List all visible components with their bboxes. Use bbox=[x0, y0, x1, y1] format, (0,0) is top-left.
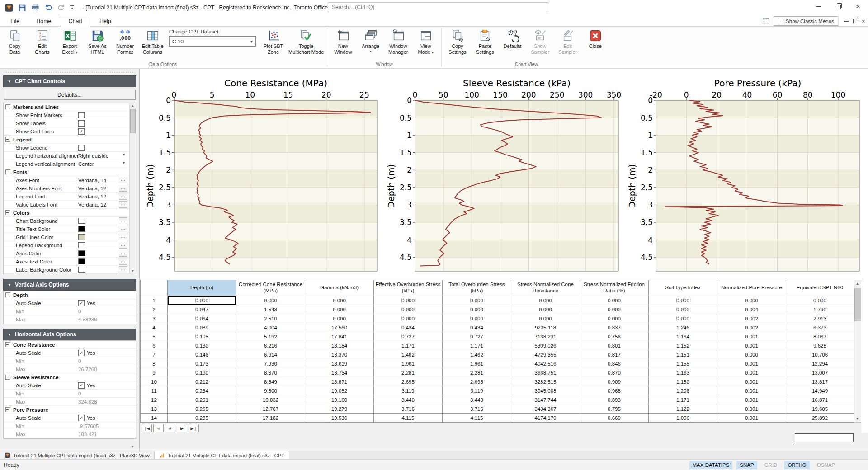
table-cell[interactable]: 0.000 bbox=[236, 296, 305, 305]
new-window-button[interactable]: NewWindow bbox=[329, 28, 357, 56]
tab-home[interactable]: Home bbox=[28, 16, 59, 26]
panel-scrollbar[interactable]: ▲▼ bbox=[129, 103, 136, 274]
table-cell[interactable]: 1.151 bbox=[649, 350, 717, 359]
table-cell[interactable]: 19.605 bbox=[786, 404, 854, 414]
table-cell[interactable]: 4042.516 bbox=[511, 359, 580, 368]
copy-data-button[interactable]: CopyData bbox=[1, 28, 28, 56]
table-cell[interactable]: 9235.118 bbox=[511, 323, 580, 332]
color-swatch[interactable] bbox=[78, 258, 85, 264]
table-cell[interactable]: 0.870 bbox=[580, 368, 649, 377]
table-cell[interactable]: 3045.008 bbox=[511, 386, 580, 395]
table-cell[interactable]: 17.560 bbox=[305, 323, 374, 332]
table-cell[interactable]: 16.871 bbox=[786, 395, 854, 404]
table-cell[interactable]: 9.500 bbox=[236, 386, 305, 395]
table-cell[interactable]: 14.949 bbox=[786, 386, 854, 395]
table-cell[interactable]: 10.706 bbox=[786, 350, 854, 359]
redo-icon[interactable] bbox=[57, 3, 66, 12]
table-cell[interactable]: 2.913 bbox=[786, 314, 854, 323]
table-cell[interactable]: 0.001 bbox=[717, 359, 786, 368]
table-cell[interactable]: 0.000 bbox=[511, 305, 580, 314]
table-cell[interactable]: 0.064 bbox=[168, 314, 236, 323]
table-cell[interactable]: 0.837 bbox=[580, 323, 649, 332]
table-cell[interactable]: 0.000 bbox=[786, 296, 854, 305]
ellipsis-button[interactable]: … bbox=[119, 242, 127, 249]
row-number[interactable]: 9 bbox=[141, 368, 168, 377]
sheet-nav-previous-button[interactable]: ◀ bbox=[153, 424, 164, 432]
tab-chart[interactable]: Chart bbox=[61, 16, 91, 27]
table-cell[interactable]: 0.000 bbox=[374, 296, 443, 305]
table-cell[interactable]: 18.871 bbox=[305, 377, 374, 386]
scroll-down-icon[interactable]: ▼ bbox=[130, 268, 136, 274]
panel-header-vertical-axis-options[interactable]: ▼Vertical Axis Options bbox=[3, 279, 136, 291]
table-cell[interactable]: 0.669 bbox=[580, 414, 649, 423]
table-cell[interactable]: 0.000 bbox=[374, 305, 443, 314]
table-cell[interactable]: 1.164 bbox=[649, 332, 717, 341]
table-cell[interactable]: 0.968 bbox=[580, 386, 649, 395]
checkbox[interactable]: ✓ bbox=[78, 415, 85, 421]
column-header-corrected-cone-resistance-mpa[interactable]: Corrected Cone Resistance (MPa) bbox=[236, 280, 305, 296]
collapse-icon[interactable] bbox=[5, 342, 10, 347]
table-cell[interactable]: 18.619 bbox=[305, 359, 374, 368]
arrange-button[interactable]: Arrange▾ bbox=[357, 28, 384, 54]
table-cell[interactable]: 17.841 bbox=[305, 332, 374, 341]
table-cell[interactable]: 6.914 bbox=[236, 350, 305, 359]
document-tab-cpt[interactable]: Tutorial 21 Multiple CPT data import (fi… bbox=[155, 451, 289, 460]
color-swatch[interactable] bbox=[78, 226, 85, 232]
color-swatch[interactable] bbox=[78, 218, 85, 224]
table-cell[interactable]: 0.001 bbox=[717, 386, 786, 395]
collapse-icon[interactable] bbox=[5, 375, 10, 380]
checkbox[interactable]: ✓ bbox=[78, 300, 85, 306]
table-cell[interactable]: 3668.751 bbox=[511, 368, 580, 377]
table-cell[interactable]: 0.001 bbox=[717, 341, 786, 350]
checkbox[interactable]: ✓ bbox=[78, 128, 85, 135]
undo-icon[interactable] bbox=[44, 3, 53, 12]
collapse-icon[interactable] bbox=[5, 169, 10, 174]
table-cell[interactable]: 2.281 bbox=[443, 368, 511, 377]
chevron-down-icon[interactable]: ▼ bbox=[121, 153, 127, 159]
table-cell[interactable]: 2.695 bbox=[443, 377, 511, 386]
sidebar-scroll-down-icon[interactable]: ▼ bbox=[131, 445, 134, 449]
section-row-markers-and-lines[interactable]: Markers and Lines bbox=[4, 103, 136, 111]
row-number[interactable]: 6 bbox=[141, 341, 168, 350]
table-cell[interactable]: 3147.744 bbox=[511, 395, 580, 404]
table-cell[interactable]: 4174.170 bbox=[511, 414, 580, 423]
row-number[interactable]: 12 bbox=[141, 395, 168, 404]
color-swatch[interactable] bbox=[78, 242, 85, 248]
table-cell[interactable]: 0.000 bbox=[374, 314, 443, 323]
table-cell[interactable]: 3.440 bbox=[443, 395, 511, 404]
table-cell[interactable]: 7138.231 bbox=[511, 332, 580, 341]
table-cell[interactable]: 1.462 bbox=[443, 350, 511, 359]
table-cell[interactable]: 13.817 bbox=[786, 377, 854, 386]
section-row-colors[interactable]: Colors bbox=[4, 209, 136, 217]
table-cell[interactable]: 0.000 bbox=[580, 314, 649, 323]
table-cell[interactable]: 19.160 bbox=[305, 395, 374, 404]
status-toggle-snap[interactable]: SNAP bbox=[736, 461, 757, 469]
collapse-icon[interactable] bbox=[5, 137, 10, 142]
column-header-normalized-pore-pressure[interactable]: Normalized Pore Pressure bbox=[717, 280, 786, 296]
table-cell[interactable]: 0.909 bbox=[580, 377, 649, 386]
table-cell[interactable]: 0.000 bbox=[305, 305, 374, 314]
collapse-icon[interactable] bbox=[5, 407, 10, 412]
row-number[interactable]: 1 bbox=[141, 296, 168, 305]
table-cell[interactable]: 0.846 bbox=[580, 359, 649, 368]
table-cell[interactable]: 1.543 bbox=[236, 305, 305, 314]
scroll-up-icon[interactable]: ▲ bbox=[130, 103, 136, 108]
defaults-button[interactable]: Defaults... bbox=[4, 90, 136, 100]
row-number[interactable]: 11 bbox=[141, 386, 168, 395]
column-header-soil-type-index[interactable]: Soil Type Index bbox=[649, 280, 717, 296]
column-header-gamma-kn-m3[interactable]: Gamma (kN/m3) bbox=[305, 280, 374, 296]
mdi-minimize-icon[interactable] bbox=[844, 21, 849, 22]
table-cell[interactable]: 17.182 bbox=[236, 414, 305, 423]
column-header-depth-m[interactable]: Depth (m) bbox=[168, 280, 236, 296]
table-scrollbar[interactable]: ▲ ▼ bbox=[854, 280, 861, 423]
export-excel-button[interactable]: XExportExcel ▾ bbox=[56, 28, 84, 56]
number-format-button[interactable]: ,000NumberFormat bbox=[111, 28, 139, 56]
scrollbar-thumb[interactable] bbox=[854, 288, 861, 321]
table-cell[interactable]: 19.279 bbox=[305, 404, 374, 414]
table-cell[interactable]: 0.234 bbox=[168, 386, 236, 395]
ellipsis-button[interactable]: … bbox=[119, 185, 127, 192]
table-cell[interactable]: 3.716 bbox=[443, 404, 511, 414]
table-cell[interactable]: 0.727 bbox=[374, 332, 443, 341]
color-swatch[interactable] bbox=[78, 250, 85, 256]
status-toggle-ortho[interactable]: ORTHO bbox=[784, 461, 809, 469]
